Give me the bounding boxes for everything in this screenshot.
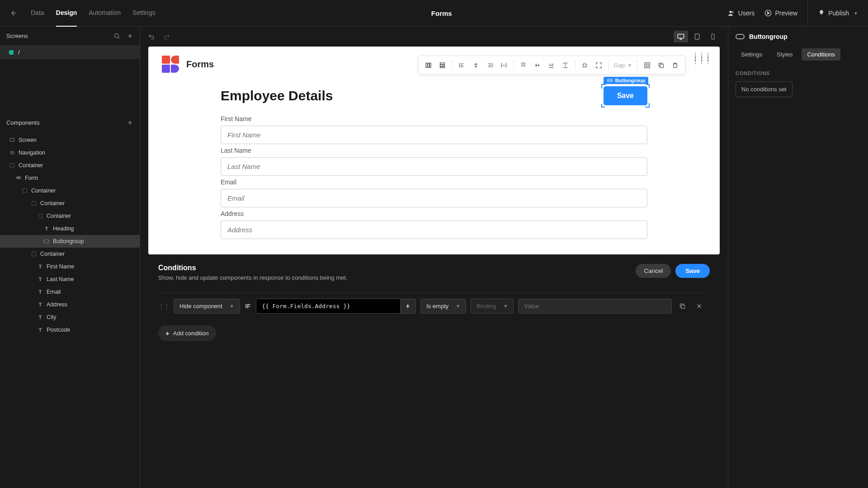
tree-first-name[interactable]: First Name [0, 260, 140, 273]
tab-settings[interactable]: Settings [132, 0, 156, 27]
shrink-icon[interactable] [579, 59, 591, 71]
align-left-icon[interactable] [456, 59, 468, 71]
publish-action[interactable]: Publish ▼ [818, 9, 858, 17]
save-button[interactable]: Save [604, 86, 647, 105]
add-condition-label: Add condition [173, 330, 209, 337]
expand-icon[interactable] [593, 59, 605, 71]
tree-email-label: Email [47, 289, 61, 295]
app-logo-icon [162, 56, 179, 73]
mobile-icon[interactable] [706, 31, 720, 42]
components-header-label: Components [6, 119, 40, 126]
layout-columns-icon[interactable] [422, 59, 435, 71]
tree-container-c[interactable]: Container [0, 210, 140, 222]
tab-styles-panel[interactable]: Styles [771, 48, 798, 61]
address-input[interactable] [221, 221, 647, 239]
gap-dropdown[interactable]: Gap ▼ [612, 62, 634, 69]
last-name-input[interactable] [221, 157, 647, 176]
right-sidebar-tabs: Settings Styles Conditions [736, 48, 861, 61]
tree-heading[interactable]: Heading [0, 222, 140, 235]
device-buttons [674, 31, 720, 42]
desktop-icon[interactable] [674, 31, 688, 42]
add-condition-button[interactable]: + Add condition [158, 325, 216, 341]
binding-input[interactable] [256, 299, 401, 314]
tree-container-1-label: Container [19, 162, 43, 169]
component-tree: Screen Navigation Container Form Contain… [0, 132, 140, 338]
tablet-icon[interactable] [690, 31, 704, 42]
last-name-label: Last Name [221, 147, 647, 154]
tab-automation[interactable]: Automation [89, 0, 121, 27]
align-center-v-icon[interactable] [531, 59, 544, 71]
preview-action[interactable]: Preview [764, 9, 797, 17]
floating-toolbar: Gap ▼ [418, 56, 685, 75]
tab-design[interactable]: Design [56, 0, 77, 27]
save-button-selection: Buttongroup Save [604, 86, 647, 105]
employee-details-heading: Employee Details [221, 88, 333, 103]
tree-last-name[interactable]: Last Name [0, 273, 140, 286]
conditions-save-button[interactable]: Save [675, 264, 710, 278]
svg-rect-16 [712, 34, 714, 39]
tree-heading-label: Heading [53, 225, 74, 232]
tree-container-1[interactable]: Container [0, 159, 140, 172]
svg-rect-4 [10, 138, 14, 141]
tree-container-b[interactable]: Container [0, 197, 140, 210]
align-stretch-h-icon[interactable] [498, 59, 510, 71]
users-action[interactable]: Users [728, 9, 755, 17]
save-button-label: Save [617, 92, 634, 99]
duplicate-condition-icon[interactable] [676, 301, 689, 311]
action-select[interactable]: Hide component ▼ [174, 299, 240, 314]
tree-email[interactable]: Email [0, 286, 140, 298]
tree-container-d[interactable]: Container [0, 248, 140, 260]
tree-navigation[interactable]: Navigation [0, 146, 140, 159]
tree-buttongroup[interactable]: Buttongroup [0, 235, 140, 248]
align-right-icon[interactable] [484, 59, 496, 71]
no-conditions-box[interactable]: No conditions set [736, 81, 793, 97]
align-center-h-icon[interactable] [470, 59, 482, 71]
tree-container-d-label: Container [40, 251, 65, 257]
svg-rect-24 [646, 64, 648, 66]
align-stretch-v-icon[interactable] [559, 59, 572, 71]
tree-address[interactable]: Address [0, 298, 140, 311]
preview-label: Preview [775, 9, 797, 17]
delete-icon[interactable] [669, 59, 681, 71]
remove-condition-icon[interactable] [693, 301, 705, 311]
redo-icon[interactable] [163, 33, 170, 40]
tree-container-b-label: Container [40, 200, 65, 206]
if-label: IF [245, 303, 252, 310]
tree-form[interactable]: Form [0, 172, 140, 184]
svg-rect-7 [17, 177, 20, 178]
add-component-icon[interactable] [127, 119, 133, 126]
cancel-button[interactable]: Cancel [636, 264, 671, 278]
canvas-wrap: Forms ⋮⋮⋮⋮⋮⋮⋮⋮⋮ [140, 47, 728, 488]
tab-settings-panel[interactable]: Settings [736, 48, 768, 61]
main-layout: Screens / Components [0, 27, 868, 488]
tree-postcode[interactable]: Postcode [0, 324, 140, 336]
first-name-input[interactable] [221, 126, 647, 144]
duplicate-icon[interactable] [655, 59, 667, 71]
layout-rows-icon[interactable] [436, 59, 449, 71]
undo-icon[interactable] [148, 33, 156, 40]
tree-container-a[interactable]: Container [0, 184, 140, 197]
operator-select[interactable]: Is empty ▼ [420, 299, 466, 314]
grid-menu-icon[interactable]: ⋮⋮⋮⋮⋮⋮⋮⋮⋮ [693, 54, 712, 64]
email-input[interactable] [221, 189, 647, 207]
screen-item-root[interactable]: / [0, 45, 140, 59]
tree-city[interactable]: City [0, 311, 140, 324]
tree-screen[interactable]: Screen [0, 134, 140, 146]
selected-component-title: Buttongroup [749, 33, 788, 40]
drag-handle-icon[interactable]: ⋮⋮ [158, 303, 169, 310]
components-header: Components [0, 113, 140, 132]
tab-conditions-panel[interactable]: Conditions [802, 48, 840, 61]
align-bottom-icon[interactable] [545, 59, 558, 71]
add-screen-icon[interactable] [127, 33, 133, 39]
align-top-icon[interactable] [517, 59, 530, 71]
search-icon[interactable] [113, 33, 120, 39]
tab-data[interactable]: Data [31, 0, 44, 27]
tree-buttongroup-label: Buttongroup [53, 238, 84, 244]
canvas[interactable]: Forms ⋮⋮⋮⋮⋮⋮⋮⋮⋮ [148, 47, 720, 254]
chevron-down-icon: ▼ [230, 304, 234, 309]
value-input[interactable] [518, 299, 672, 314]
form-area: Employee Details Buttongroup Save [148, 82, 720, 248]
padding-icon[interactable] [641, 59, 653, 71]
binding-bolt-icon[interactable] [401, 299, 416, 314]
back-arrow-icon[interactable] [10, 9, 18, 17]
